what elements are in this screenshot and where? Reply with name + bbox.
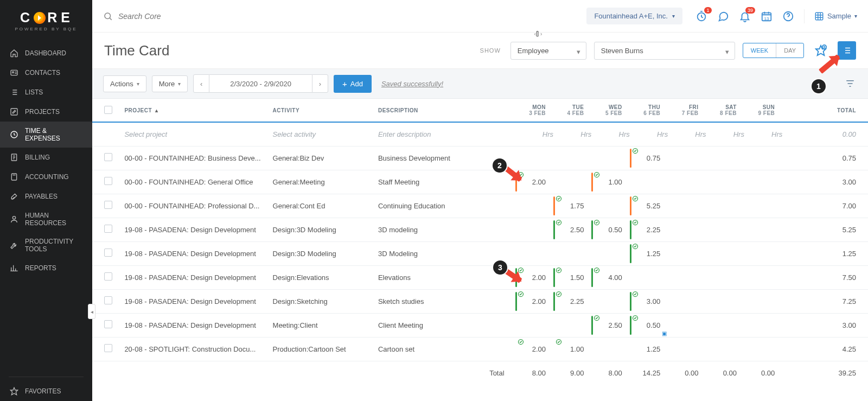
- sidebar-item-reports[interactable]: REPORTS: [0, 258, 92, 278]
- hours-cell[interactable]: 2.25: [553, 289, 591, 313]
- hours-cell[interactable]: [744, 337, 782, 361]
- sidebar-item-accounting[interactable]: ACCOUNTING: [0, 167, 92, 187]
- description-cell[interactable]: Cartoon set: [373, 337, 515, 361]
- column-description[interactable]: DESCRIPTION: [373, 99, 515, 122]
- hours-cell[interactable]: 2.50: [591, 313, 629, 337]
- hours-cell[interactable]: [706, 265, 744, 289]
- org-switcher[interactable]: Fountainhead A+E, Inc. ▾: [586, 8, 682, 24]
- row-checkbox[interactable]: [104, 296, 112, 304]
- hours-cell[interactable]: [706, 337, 744, 361]
- hours-cell[interactable]: 1.25: [630, 337, 668, 361]
- sidebar-item-contacts[interactable]: CONTACTS: [0, 63, 92, 82]
- hours-cell[interactable]: [515, 194, 553, 218]
- hours-cell[interactable]: 2.00: [515, 289, 553, 313]
- hours-cell[interactable]: [515, 146, 553, 170]
- activity-cell[interactable]: Design:Elevations: [267, 265, 373, 289]
- hours-cell[interactable]: [668, 218, 706, 241]
- project-cell[interactable]: 00-00 - FOUNTAINHEAD: Business Deve...: [119, 146, 267, 170]
- new-entry-row[interactable]: Select project Select activity Enter des…: [92, 122, 868, 146]
- hours-cell[interactable]: 3.00: [630, 289, 668, 313]
- sidebar-item-human-resources[interactable]: HUMAN RESOURCES: [0, 206, 92, 232]
- project-cell[interactable]: 19-08 - PASADENA: Design Development: [119, 313, 267, 337]
- next-week-button[interactable]: ›: [312, 74, 328, 93]
- hours-cell[interactable]: [744, 194, 782, 218]
- sidebar-item-productivity-tools[interactable]: PRODUCTIVITY TOOLS: [0, 232, 92, 258]
- hours-cell[interactable]: [591, 289, 629, 313]
- hours-cell[interactable]: [668, 170, 706, 194]
- hours-cell[interactable]: [630, 265, 668, 289]
- hours-cell[interactable]: [591, 337, 629, 361]
- description-cell[interactable]: Continuing Education: [373, 194, 515, 218]
- hours-cell[interactable]: [668, 337, 706, 361]
- hours-cell[interactable]: 2.50: [553, 218, 591, 241]
- description-cell[interactable]: Sketch studies: [373, 289, 515, 313]
- new-project-cell[interactable]: Select project: [119, 122, 267, 146]
- activity-cell[interactable]: General:Biz Dev: [267, 146, 373, 170]
- prev-week-button[interactable]: ‹: [193, 74, 209, 93]
- date-range[interactable]: 2/3/2020 - 2/9/2020: [209, 74, 312, 93]
- activity-cell[interactable]: General:Cont Ed: [267, 194, 373, 218]
- day-toggle[interactable]: DAY: [776, 43, 803, 58]
- row-checkbox[interactable]: [104, 177, 112, 185]
- row-checkbox[interactable]: [104, 225, 112, 233]
- hours-cell[interactable]: [706, 170, 744, 194]
- actions-menu[interactable]: Actions ▾: [103, 75, 146, 92]
- hours-cell[interactable]: 1.00: [591, 170, 629, 194]
- sidebar-item-favorites[interactable]: FAVORITES: [0, 381, 92, 401]
- activity-cell[interactable]: Production:Cartoon Set: [267, 337, 373, 361]
- hours-cell[interactable]: [591, 146, 629, 170]
- activity-cell[interactable]: General:Meeting: [267, 170, 373, 194]
- row-checkbox[interactable]: [104, 272, 112, 281]
- hours-cell[interactable]: [706, 289, 744, 313]
- project-cell[interactable]: 00-00 - FOUNTAINHEAD: Professional D...: [119, 194, 267, 218]
- project-cell[interactable]: 19-08 - PASADENA: Design Development: [119, 218, 267, 241]
- sidebar-item-time-expenses[interactable]: TIME & EXPENSES: [0, 122, 92, 148]
- week-toggle[interactable]: WEEK: [743, 43, 776, 58]
- hours-cell[interactable]: 0.75: [630, 146, 668, 170]
- hours-cell[interactable]: 1.00: [553, 337, 591, 361]
- column-activity[interactable]: ACTIVITY: [267, 99, 373, 122]
- hours-cell[interactable]: [744, 265, 782, 289]
- hours-cell[interactable]: [553, 170, 591, 194]
- hours-cell[interactable]: 1.75: [553, 194, 591, 218]
- sidebar-item-billing[interactable]: BILLING: [0, 148, 92, 167]
- hours-cell[interactable]: 1.50: [553, 265, 591, 289]
- hours-cell[interactable]: [630, 170, 668, 194]
- project-cell[interactable]: 00-00 - FOUNTAINHEAD: General Office: [119, 170, 267, 194]
- filter-type-select[interactable]: Employee ▾: [510, 42, 586, 60]
- row-checkbox[interactable]: [104, 153, 112, 161]
- activity-cell[interactable]: Design:Sketching: [267, 289, 373, 313]
- add-favorite-icon[interactable]: [812, 41, 830, 60]
- filter-icon[interactable]: [843, 77, 857, 91]
- more-menu[interactable]: More ▾: [152, 75, 188, 92]
- description-cell[interactable]: Staff Meeting: [373, 170, 515, 194]
- hours-cell[interactable]: [553, 313, 591, 337]
- hours-cell[interactable]: [706, 146, 744, 170]
- timer-icon[interactable]: 1: [695, 10, 707, 22]
- sample-switcher[interactable]: Sample ▾: [814, 11, 857, 21]
- hours-cell[interactable]: 0.50: [591, 218, 629, 241]
- hours-cell[interactable]: [553, 241, 591, 265]
- chat-icon[interactable]: [717, 10, 729, 22]
- project-cell[interactable]: 19-08 - PASADENA: Design Development: [119, 289, 267, 313]
- hours-cell[interactable]: [668, 194, 706, 218]
- hours-cell[interactable]: [553, 146, 591, 170]
- column-project[interactable]: PROJECT▴: [119, 99, 267, 122]
- bell-icon[interactable]: 39: [739, 10, 751, 22]
- hours-cell[interactable]: [744, 218, 782, 241]
- hours-cell[interactable]: [706, 218, 744, 241]
- global-search[interactable]: [103, 11, 288, 21]
- calendar-icon[interactable]: 13: [761, 10, 773, 22]
- person-select[interactable]: Steven Burns ▾: [594, 42, 735, 60]
- hours-cell[interactable]: 4.00: [591, 265, 629, 289]
- activity-cell[interactable]: Design:3D Modeling: [267, 218, 373, 241]
- hours-cell[interactable]: [668, 241, 706, 265]
- hours-cell[interactable]: [706, 194, 744, 218]
- select-all-checkbox[interactable]: [104, 106, 112, 114]
- hours-cell[interactable]: [744, 146, 782, 170]
- new-activity-cell[interactable]: Select activity: [267, 122, 373, 146]
- activity-cell[interactable]: Design:3D Modeling: [267, 241, 373, 265]
- hours-cell[interactable]: 0.50▣: [630, 313, 668, 337]
- activity-cell[interactable]: Meeting:Client: [267, 313, 373, 337]
- hours-cell[interactable]: [668, 313, 706, 337]
